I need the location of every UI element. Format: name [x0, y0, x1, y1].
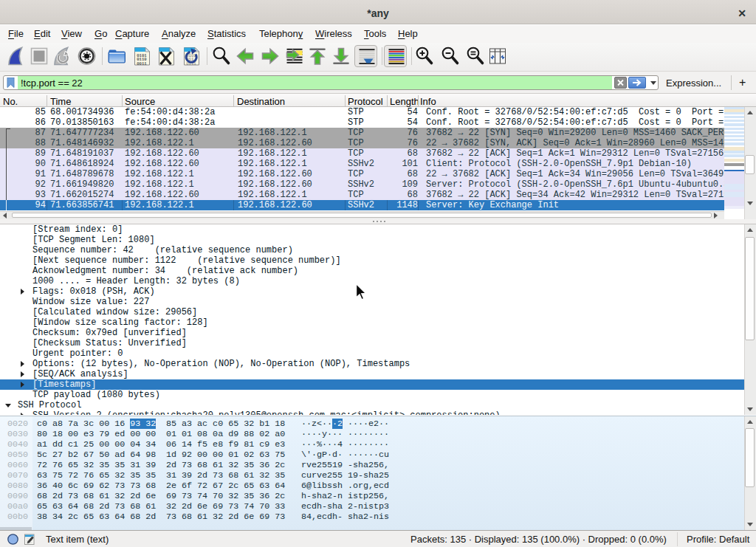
svg-text:0011: 0011 [137, 61, 147, 66]
